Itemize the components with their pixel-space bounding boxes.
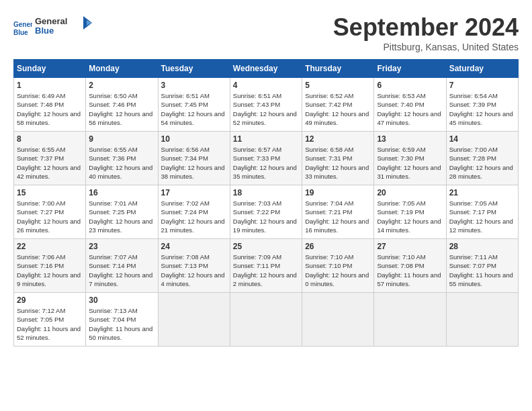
calendar-cell: 3 Sunrise: 6:51 AM Sunset: 7:45 PM Dayli… xyxy=(158,78,230,132)
day-number: 11 xyxy=(233,134,299,144)
calendar-header-row: Sunday Monday Tuesday Wednesday Thursday… xyxy=(14,60,519,78)
calendar-cell xyxy=(230,293,302,347)
calendar-cell: 26 Sunrise: 7:10 AM Sunset: 7:10 PM Dayl… xyxy=(302,239,374,293)
day-number: 4 xyxy=(233,81,299,90)
day-number: 26 xyxy=(305,242,371,251)
calendar-table: Sunday Monday Tuesday Wednesday Thursday… xyxy=(13,59,519,347)
calendar-cell: 7 Sunrise: 6:54 AM Sunset: 7:39 PM Dayli… xyxy=(446,78,518,132)
calendar-cell: 21 Sunrise: 7:05 AM Sunset: 7:17 PM Dayl… xyxy=(446,185,518,239)
day-number: 10 xyxy=(161,134,227,144)
calendar-cell: 1 Sunrise: 6:49 AM Sunset: 7:48 PM Dayli… xyxy=(14,78,86,132)
day-info: Sunrise: 6:50 AM Sunset: 7:46 PM Dayligh… xyxy=(89,91,154,127)
day-info: Sunrise: 7:03 AM Sunset: 7:22 PM Dayligh… xyxy=(233,199,299,234)
calendar-cell: 12 Sunrise: 6:58 AM Sunset: 7:31 PM Dayl… xyxy=(302,132,374,185)
day-info: Sunrise: 7:13 AM Sunset: 7:04 PM Dayligh… xyxy=(89,306,154,342)
day-info: Sunrise: 7:06 AM Sunset: 7:16 PM Dayligh… xyxy=(17,253,83,288)
day-info: Sunrise: 7:07 AM Sunset: 7:14 PM Dayligh… xyxy=(89,253,154,288)
calendar-week-row: 8 Sunrise: 6:55 AM Sunset: 7:37 PM Dayli… xyxy=(14,132,519,185)
day-number: 25 xyxy=(233,242,299,251)
col-saturday: Saturday xyxy=(446,60,518,78)
col-tuesday: Tuesday xyxy=(158,60,230,78)
day-info: Sunrise: 6:57 AM Sunset: 7:33 PM Dayligh… xyxy=(233,145,299,181)
day-info: Sunrise: 7:00 AM Sunset: 7:28 PM Dayligh… xyxy=(449,145,515,181)
day-info: Sunrise: 6:58 AM Sunset: 7:31 PM Dayligh… xyxy=(305,145,371,181)
day-info: Sunrise: 6:54 AM Sunset: 7:39 PM Dayligh… xyxy=(449,91,515,127)
day-number: 21 xyxy=(449,188,515,197)
calendar-cell: 24 Sunrise: 7:08 AM Sunset: 7:13 PM Dayl… xyxy=(158,239,230,293)
calendar-cell: 5 Sunrise: 6:52 AM Sunset: 7:42 PM Dayli… xyxy=(302,78,374,132)
day-number: 30 xyxy=(89,295,154,305)
day-number: 20 xyxy=(377,188,443,197)
day-number: 7 xyxy=(449,81,515,90)
calendar-cell: 17 Sunrise: 7:02 AM Sunset: 7:24 PM Dayl… xyxy=(158,185,230,239)
day-info: Sunrise: 7:01 AM Sunset: 7:25 PM Dayligh… xyxy=(89,199,154,234)
day-number: 6 xyxy=(377,81,443,90)
calendar-cell xyxy=(158,293,230,347)
day-number: 28 xyxy=(449,242,515,251)
calendar-cell: 6 Sunrise: 6:53 AM Sunset: 7:40 PM Dayli… xyxy=(374,78,446,132)
day-info: Sunrise: 7:10 AM Sunset: 7:10 PM Dayligh… xyxy=(305,253,371,288)
day-number: 17 xyxy=(161,188,227,197)
calendar-body: 1 Sunrise: 6:49 AM Sunset: 7:48 PM Dayli… xyxy=(14,78,519,347)
col-friday: Friday xyxy=(374,60,446,78)
calendar-cell: 22 Sunrise: 7:06 AM Sunset: 7:16 PM Dayl… xyxy=(14,239,86,293)
calendar-cell xyxy=(302,293,374,347)
svg-text:Blue: Blue xyxy=(13,29,28,36)
page-header: General Blue General Blue September 2024… xyxy=(13,13,519,52)
day-number: 13 xyxy=(377,134,443,144)
calendar-cell: 27 Sunrise: 7:10 AM Sunset: 7:08 PM Dayl… xyxy=(374,239,446,293)
calendar-cell: 29 Sunrise: 7:12 AM Sunset: 7:05 PM Dayl… xyxy=(14,293,86,347)
day-info: Sunrise: 6:53 AM Sunset: 7:40 PM Dayligh… xyxy=(377,91,443,127)
day-number: 14 xyxy=(449,134,515,144)
calendar-cell: 25 Sunrise: 7:09 AM Sunset: 7:11 PM Dayl… xyxy=(230,239,302,293)
calendar-cell: 30 Sunrise: 7:13 AM Sunset: 7:04 PM Dayl… xyxy=(86,293,158,347)
day-number: 1 xyxy=(17,81,83,90)
calendar-cell: 28 Sunrise: 7:11 AM Sunset: 7:07 PM Dayl… xyxy=(446,239,518,293)
calendar-week-row: 29 Sunrise: 7:12 AM Sunset: 7:05 PM Dayl… xyxy=(14,293,519,347)
calendar-cell: 14 Sunrise: 7:00 AM Sunset: 7:28 PM Dayl… xyxy=(446,132,518,185)
day-info: Sunrise: 7:05 AM Sunset: 7:19 PM Dayligh… xyxy=(377,199,443,234)
calendar-cell: 9 Sunrise: 6:55 AM Sunset: 7:36 PM Dayli… xyxy=(86,132,158,185)
calendar-cell: 18 Sunrise: 7:03 AM Sunset: 7:22 PM Dayl… xyxy=(230,185,302,239)
day-info: Sunrise: 7:08 AM Sunset: 7:13 PM Dayligh… xyxy=(161,253,227,288)
day-number: 12 xyxy=(305,134,371,144)
calendar-week-row: 15 Sunrise: 7:00 AM Sunset: 7:27 PM Dayl… xyxy=(14,185,519,239)
day-number: 3 xyxy=(161,81,227,90)
day-number: 16 xyxy=(89,188,154,197)
svg-text:Blue: Blue xyxy=(35,26,54,36)
calendar-cell: 13 Sunrise: 6:59 AM Sunset: 7:30 PM Dayl… xyxy=(374,132,446,185)
day-info: Sunrise: 7:10 AM Sunset: 7:08 PM Dayligh… xyxy=(377,253,443,288)
calendar-cell: 23 Sunrise: 7:07 AM Sunset: 7:14 PM Dayl… xyxy=(86,239,158,293)
col-monday: Monday xyxy=(86,60,158,78)
location: Pittsburg, Kansas, United States xyxy=(333,42,519,52)
calendar-week-row: 1 Sunrise: 6:49 AM Sunset: 7:48 PM Dayli… xyxy=(14,78,519,132)
day-number: 5 xyxy=(305,81,371,90)
day-info: Sunrise: 6:56 AM Sunset: 7:34 PM Dayligh… xyxy=(161,145,227,181)
calendar-cell: 11 Sunrise: 6:57 AM Sunset: 7:33 PM Dayl… xyxy=(230,132,302,185)
calendar-cell: 20 Sunrise: 7:05 AM Sunset: 7:19 PM Dayl… xyxy=(374,185,446,239)
day-number: 2 xyxy=(89,81,154,90)
day-info: Sunrise: 6:52 AM Sunset: 7:42 PM Dayligh… xyxy=(305,91,371,127)
day-number: 24 xyxy=(161,242,227,251)
day-number: 22 xyxy=(17,242,83,251)
calendar-cell: 16 Sunrise: 7:01 AM Sunset: 7:25 PM Dayl… xyxy=(86,185,158,239)
day-number: 15 xyxy=(17,188,83,197)
day-info: Sunrise: 7:00 AM Sunset: 7:27 PM Dayligh… xyxy=(17,199,83,234)
day-info: Sunrise: 6:51 AM Sunset: 7:43 PM Dayligh… xyxy=(233,91,299,127)
day-info: Sunrise: 7:11 AM Sunset: 7:07 PM Dayligh… xyxy=(449,253,515,288)
calendar-cell: 2 Sunrise: 6:50 AM Sunset: 7:46 PM Dayli… xyxy=(86,78,158,132)
logo-icon: General Blue xyxy=(13,17,32,36)
day-info: Sunrise: 7:04 AM Sunset: 7:21 PM Dayligh… xyxy=(305,199,371,234)
calendar-week-row: 22 Sunrise: 7:06 AM Sunset: 7:16 PM Dayl… xyxy=(14,239,519,293)
day-info: Sunrise: 7:02 AM Sunset: 7:24 PM Dayligh… xyxy=(161,199,227,234)
day-number: 27 xyxy=(377,242,443,251)
day-info: Sunrise: 6:51 AM Sunset: 7:45 PM Dayligh… xyxy=(161,91,227,127)
calendar-cell: 4 Sunrise: 6:51 AM Sunset: 7:43 PM Dayli… xyxy=(230,78,302,132)
day-number: 19 xyxy=(305,188,371,197)
day-number: 29 xyxy=(17,295,83,305)
logo-svg: General Blue xyxy=(35,13,95,38)
calendar-cell xyxy=(446,293,518,347)
logo: General Blue General Blue xyxy=(13,13,95,40)
svg-text:General: General xyxy=(35,16,67,26)
day-number: 9 xyxy=(89,134,154,144)
